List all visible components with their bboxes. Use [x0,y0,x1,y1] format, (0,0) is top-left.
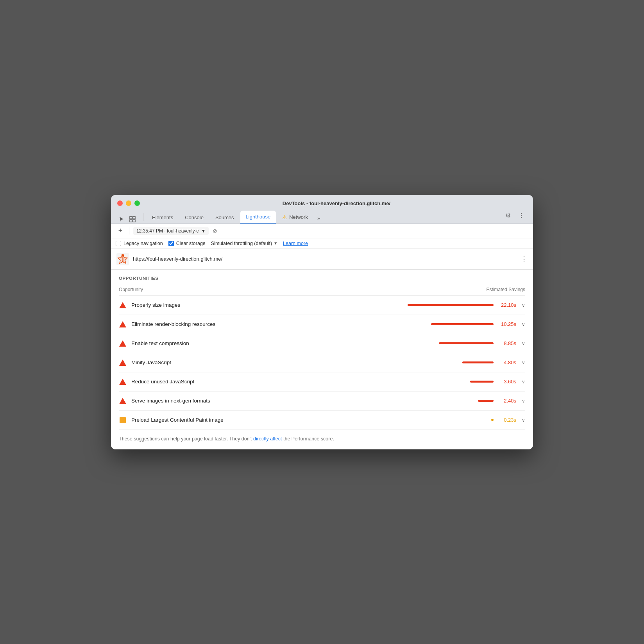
opportunity-expand-icon[interactable]: ∨ [522,322,525,327]
opportunity-row[interactable]: Properly size images22.10s∨ [119,296,525,315]
opportunity-row[interactable]: Eliminate render-blocking resources10.25… [119,315,525,334]
legacy-nav-checkbox[interactable]: Legacy navigation [116,241,163,246]
opportunity-expand-icon[interactable]: ∨ [522,417,525,423]
clear-storage-input[interactable] [168,241,174,246]
opportunity-savings: 8.85s [497,340,516,346]
svg-rect-0 [130,216,132,219]
no-entry-icon[interactable]: ⊘ [213,228,217,234]
opportunities-list: Properly size images22.10s∨Eliminate ren… [119,296,525,430]
opportunity-bar [470,381,494,383]
opportunity-expand-icon[interactable]: ∨ [522,398,525,404]
warning-triangle-icon [119,302,126,308]
tab-sources[interactable]: Sources [210,211,240,224]
opportunity-savings: 2.40s [497,398,516,404]
tab-bar: Elements Console Sources Lighthouse ⚠ Ne… [117,210,527,224]
warning-triangle-icon [119,379,126,385]
opportunity-bar [478,400,494,402]
tab-lighthouse[interactable]: Lighthouse [240,211,276,224]
opportunity-severity-icon [119,416,127,424]
tab-separator [143,213,143,221]
opportunity-expand-icon[interactable]: ∨ [522,379,525,385]
opportunity-row[interactable]: Preload Largest Contentful Paint image0.… [119,411,525,430]
toolbar: + 12:35:47 PM · foul-heavenly-c ▼ ⊘ [111,224,533,238]
opportunity-row[interactable]: Minify JavaScript4.80s∨ [119,353,525,372]
svg-rect-1 [133,216,135,219]
tab-elements[interactable]: Elements [147,211,179,224]
inspector-icon[interactable] [128,215,137,224]
warning-triangle-icon [119,340,126,347]
opportunity-bar [491,419,494,421]
url-chip-text: 12:35:47 PM · foul-heavenly-c [136,228,199,234]
tab-console[interactable]: Console [179,211,209,224]
more-options-button[interactable]: ⋮ [516,210,527,221]
opportunity-severity-icon [119,359,127,367]
opportunity-severity-icon [119,340,127,347]
opportunity-savings: 10.25s [497,321,516,327]
url-chip[interactable]: 12:35:47 PM · foul-heavenly-c ▼ [133,227,209,235]
opportunity-row[interactable]: Serve images in next-gen formats2.40s∨ [119,392,525,411]
lighthouse-url: https://foul-heavenly-direction.glitch.m… [133,256,517,262]
footer-text-before: These suggestions can help your page loa… [119,436,253,442]
opportunity-label: Preload Largest Contentful Paint image [131,417,487,423]
opportunity-severity-icon [119,320,127,328]
add-tab-button[interactable]: + [116,226,125,236]
opportunity-label: Reduce unused JavaScript [131,379,465,385]
opportunity-bar [408,304,494,306]
opportunity-label: Eliminate render-blocking resources [131,321,426,327]
tab-network[interactable]: ⚠ Network [277,211,313,224]
toolbar-separator [129,227,129,234]
opportunity-bar-area: 22.10s∨ [408,302,525,308]
svg-rect-2 [130,220,132,222]
opportunity-savings: 4.80s [497,360,516,365]
url-bar-more-icon[interactable]: ⋮ [521,255,528,263]
opportunity-expand-icon[interactable]: ∨ [522,302,525,308]
warning-square-icon [120,417,126,423]
window-title: DevTools - foul-heavenly-direction.glitc… [146,200,527,206]
opportunity-bar-area: 2.40s∨ [478,398,525,404]
url-bar: https://foul-heavenly-direction.glitch.m… [111,249,533,270]
svg-rect-7 [122,256,123,261]
clear-storage-checkbox[interactable]: Clear storage [168,241,206,246]
opportunity-severity-icon [119,397,127,405]
learn-more-link[interactable]: Learn more [283,241,308,246]
tab-more-button[interactable]: » [314,213,323,224]
directly-affect-link[interactable]: directly affect [253,436,282,442]
minimize-button[interactable] [126,200,131,206]
opportunity-expand-icon[interactable]: ∨ [522,360,525,365]
opportunity-bar-area: 3.60s∨ [470,379,525,385]
opportunity-bar [462,361,494,363]
section-title: OPPORTUNITIES [119,276,525,281]
cursor-icon[interactable] [117,215,126,224]
throttling-dropdown[interactable]: Simulated throttling (default) ▼ [211,241,277,246]
opportunity-bar [439,342,494,344]
lighthouse-logo-icon [116,253,129,265]
opportunity-bar [431,323,494,325]
legacy-nav-input[interactable] [116,241,121,246]
legacy-nav-label: Legacy navigation [123,241,163,246]
opportunity-row[interactable]: Reduce unused JavaScript3.60s∨ [119,372,525,392]
maximize-button[interactable] [134,200,140,206]
svg-rect-9 [122,254,124,256]
footer-note: These suggestions can help your page loa… [119,430,525,443]
opportunity-severity-icon [119,378,127,386]
devtools-icons [117,215,137,224]
opportunity-row[interactable]: Enable text compression8.85s∨ [119,334,525,353]
col-savings-header: Estimated Savings [487,287,525,292]
traffic-lights [117,200,140,206]
opportunity-savings: 3.60s [497,379,516,385]
opportunity-label: Properly size images [131,302,403,308]
settings-bar: Legacy navigation Clear storage Simulate… [111,238,533,249]
col-opportunity-header: Opportunity [119,287,143,292]
opportunity-label: Enable text compression [131,340,434,346]
opportunity-expand-icon[interactable]: ∨ [522,341,525,346]
opportunity-bar-area: 10.25s∨ [431,321,525,327]
opportunity-bar-area: 0.23s∨ [491,417,525,423]
title-bar: DevTools - foul-heavenly-direction.glitc… [111,195,533,224]
settings-button[interactable]: ⚙ [503,210,513,221]
opportunity-severity-icon [119,301,127,309]
warning-triangle-icon [119,321,126,327]
throttling-arrow-icon: ▼ [274,241,277,245]
main-content: OPPORTUNITIES Opportunity Estimated Savi… [111,270,533,449]
opportunity-bar-area: 4.80s∨ [462,360,525,365]
close-button[interactable] [117,200,123,206]
